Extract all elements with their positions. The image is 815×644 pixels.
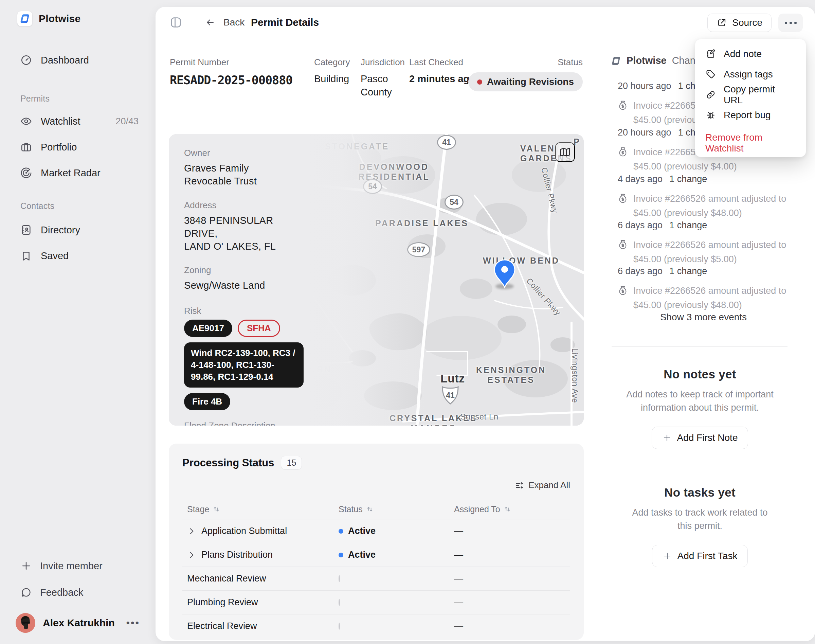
sidebar-item-watchlist[interactable]: Watchlist 20/43 <box>14 111 146 131</box>
zoning-value: Sewg/Waste Land <box>184 279 306 292</box>
speech-bubble-icon <box>20 587 32 598</box>
feedback-button[interactable]: Feedback <box>14 583 146 602</box>
menu-item-report-bug[interactable]: Report bug <box>695 105 806 125</box>
chevron-right-icon <box>187 550 196 560</box>
map-label-lutz: Lutz <box>440 372 465 385</box>
table-header-row: Stage Status Assigned To <box>182 499 570 519</box>
map-layers-button[interactable] <box>555 142 575 162</box>
address-label: Address <box>184 200 306 211</box>
processing-count-badge: 15 <box>281 456 302 470</box>
brand-name: Plotwise <box>39 13 80 25</box>
last-checked-value: 2 minutes ago <box>409 72 475 86</box>
event-change-count: 1 change <box>669 220 707 231</box>
briefcase-icon <box>20 141 32 153</box>
field-label: Last Checked <box>409 57 475 67</box>
expand-all-button[interactable]: Expand All <box>515 480 570 491</box>
stage-name: Plumbing Review <box>187 597 258 608</box>
address-value: 3848 PENINSULAR DRIVE,LAND O' LAKES, FL <box>184 214 306 253</box>
status-badge: Awaiting Revisions <box>468 72 583 91</box>
sidebar-item-market-radar[interactable]: Market Radar <box>14 163 146 183</box>
menu-item-copy-permit-url[interactable]: Copy permit URL <box>695 84 806 105</box>
add-first-note-label: Add First Note <box>677 432 738 443</box>
source-button[interactable]: Source <box>707 14 772 32</box>
sidebar-item-saved[interactable]: Saved <box>14 246 146 265</box>
property-map-card: STONEGATE DEVONWOODRESIDENTIAL VALENGARD… <box>169 134 584 426</box>
money-bag-icon <box>618 147 628 157</box>
table-row[interactable]: Plans Distribution Active — <box>182 543 570 567</box>
location-pin-icon[interactable] <box>493 259 516 288</box>
assigned-value: — <box>454 621 570 632</box>
note-pencil-icon <box>705 49 716 60</box>
sidebar-item-directory[interactable]: Directory <box>14 220 146 240</box>
map-label-partial-ern: ERN <box>310 365 332 374</box>
sidebar-item-dashboard[interactable]: Dashboard <box>14 50 146 70</box>
field-label: Category <box>314 57 350 67</box>
event-text: Invoice #2266526 amount adjusted to $45.… <box>633 192 796 221</box>
table-row[interactable]: Application Submittal Active — <box>182 519 570 543</box>
route-shield-41-bottom: 41 <box>440 385 460 406</box>
timeline-event: 6 days ago1 change Invoice #2266526 amou… <box>618 266 801 313</box>
flood-label: Flood Zone Description <box>184 420 306 426</box>
watchlist-count: 20/43 <box>115 116 139 127</box>
route-shield-597: 597 <box>407 242 430 257</box>
table-row[interactable]: Plumbing Review — <box>182 590 570 614</box>
more-actions-menu: Add note Assign tags Copy permit URL Rep… <box>695 39 806 157</box>
pending-circle-icon <box>339 599 340 606</box>
menu-item-assign-tags[interactable]: Assign tags <box>695 64 806 84</box>
plotwise-logo-gray-icon <box>611 56 621 66</box>
sidebar-item-label: Market Radar <box>41 167 101 179</box>
menu-separator <box>695 129 806 129</box>
plus-icon <box>663 551 672 561</box>
topbar: Back Permit Details Source <box>156 7 815 38</box>
stage-name: Plans Distribution <box>201 550 273 560</box>
dashboard-gauge-icon <box>20 54 32 66</box>
processing-status-card: Processing Status 15 Expand All Stage St… <box>169 444 584 640</box>
menu-item-add-note[interactable]: Add note <box>695 44 806 64</box>
eye-icon <box>20 115 32 127</box>
route-shield-54-b: 54 <box>444 195 464 210</box>
assigned-value: — <box>454 550 570 560</box>
menu-item-remove-from-watchlist[interactable]: Remove from Watchlist <box>695 132 806 153</box>
invite-member-button[interactable]: Invite member <box>14 557 146 575</box>
column-header-assigned[interactable]: Assigned To <box>454 504 570 514</box>
column-header-stage[interactable]: Stage <box>182 504 339 514</box>
field-jurisdiction: Jurisdiction Pasco County <box>361 57 408 99</box>
more-actions-button[interactable] <box>778 14 803 32</box>
sidebar-section-permits: Permits <box>20 94 50 104</box>
column-header-status[interactable]: Status <box>339 504 454 514</box>
page-title: Permit Details <box>251 17 319 28</box>
active-dot-icon <box>339 553 343 557</box>
add-first-task-button[interactable]: Add First Task <box>652 545 748 567</box>
tasks-empty-state: No tasks yet Add tasks to track work rel… <box>611 486 788 567</box>
show-more-events-button[interactable]: Show 3 more events <box>611 312 796 323</box>
sidebar-toggle-icon[interactable] <box>169 15 183 29</box>
stage-name: Application Submittal <box>201 526 287 536</box>
expand-all-label: Expand All <box>529 480 570 491</box>
sfha-pill: SFHA <box>238 320 280 337</box>
property-info: Owner Graves Family Revocable Trust Addr… <box>184 148 306 426</box>
status-text: Awaiting Revisions <box>487 77 574 87</box>
external-link-icon <box>717 18 727 28</box>
sort-icon <box>504 505 511 513</box>
table-row[interactable]: Mechanical Review — <box>182 567 570 590</box>
field-status: Status Awaiting Revisions <box>468 57 583 91</box>
timeline-event: 6 days ago1 change Invoice #2266526 amou… <box>618 220 801 267</box>
field-permit-number: Permit Number RESADD-2025-000880 <box>170 57 293 88</box>
user-menu[interactable]: Alex Katrukhin ••• <box>10 612 146 635</box>
event-time: 6 days ago <box>618 266 663 276</box>
sidebar-item-portfolio[interactable]: Portfolio <box>14 137 146 157</box>
table-row[interactable]: Electrical Review — <box>182 614 570 638</box>
wind-risk-pill: Wind RC2-139-100, RC3 / 4-148-100, RC1-1… <box>184 342 303 388</box>
sidebar: Plotwise Dashboard Permits Watchlist 20/… <box>0 0 156 644</box>
user-ellipsis-icon[interactable]: ••• <box>126 617 140 629</box>
invite-member-label: Invite member <box>40 560 103 572</box>
bug-icon <box>705 110 716 121</box>
event-text: Invoice #2266526 amount adjusted to $45.… <box>633 238 796 267</box>
permit-number-value: RESADD-2025-000880 <box>170 72 293 88</box>
back-button[interactable]: Back <box>205 17 245 28</box>
tasks-empty-title: No tasks yet <box>611 486 788 499</box>
add-first-note-button[interactable]: Add First Note <box>652 426 748 449</box>
contact-book-icon <box>20 224 32 236</box>
route-shield-54-a: 54 <box>363 179 382 194</box>
map-icon <box>559 146 571 158</box>
